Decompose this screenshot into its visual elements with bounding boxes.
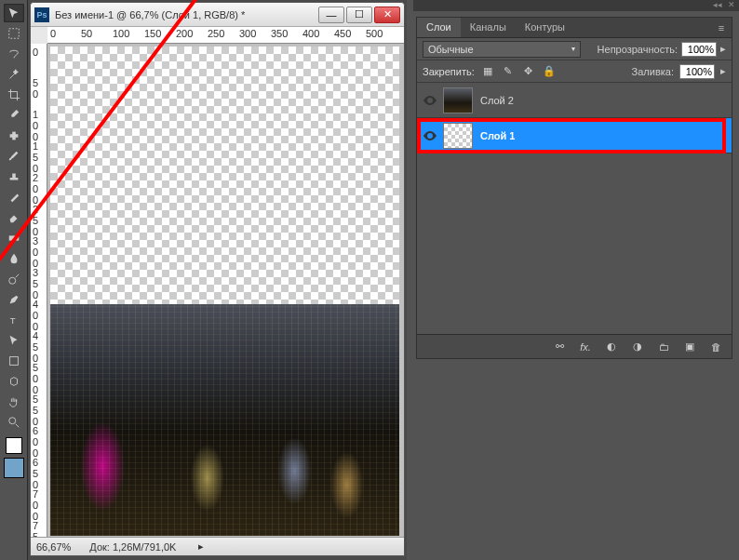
new-layer-icon[interactable]: ▣ <box>681 339 698 355</box>
svg-text:T: T <box>9 315 15 326</box>
ruler-vertical[interactable]: 0 50 100 150 200 250 300 350 400 450 500… <box>31 44 47 537</box>
tab-channels[interactable]: Каналы <box>461 18 516 37</box>
lock-label: Закрепить: <box>423 66 475 77</box>
layer-effects-icon[interactable]: fx. <box>577 339 594 355</box>
layers-footer: ⚯ fx. ◐ ◑ 🗀 ▣ 🗑 <box>417 334 732 358</box>
layer-thumbnail[interactable] <box>443 123 473 149</box>
svg-point-4 <box>8 277 15 284</box>
blend-mode-dropdown[interactable]: Обычные ▾ <box>423 41 581 58</box>
pen-tool[interactable] <box>4 290 24 309</box>
layer-item[interactable]: Слой 2 <box>417 83 732 118</box>
zoom-level[interactable]: 66,67% <box>36 541 71 553</box>
marquee-tool[interactable] <box>4 24 24 43</box>
chevron-right-icon[interactable]: ▸ <box>720 43 726 55</box>
ps-icon: Ps <box>34 7 49 22</box>
collapse-icon[interactable]: ◂◂ <box>713 0 722 11</box>
tools-toolbar: T <box>0 0 28 560</box>
visibility-icon[interactable] <box>423 130 437 141</box>
minimize-button[interactable]: — <box>318 7 344 23</box>
canvas[interactable] <box>47 44 404 537</box>
svg-rect-6 <box>9 357 18 366</box>
brush-tool[interactable] <box>4 147 24 166</box>
crop-tool[interactable] <box>4 86 24 104</box>
layers-list: Слой 2 Слой 1 <box>417 83 732 334</box>
link-layers-icon[interactable]: ⚯ <box>551 339 568 355</box>
delete-layer-icon[interactable]: 🗑 <box>707 339 724 355</box>
layer-thumbnail[interactable] <box>443 87 473 113</box>
status-bar: 66,67% Док: 1,26M/791,0K ▸ <box>31 537 404 555</box>
eraser-tool[interactable] <box>4 208 24 227</box>
close-button[interactable]: ✕ <box>374 7 400 23</box>
doc-size-info[interactable]: Док: 1,26M/791,0K <box>89 541 176 553</box>
layers-panel: Слои Каналы Контуры ≡ Обычные ▾ Непрозра… <box>416 17 732 359</box>
lock-position-icon[interactable]: ✥ <box>521 64 536 79</box>
lock-transparency-icon[interactable]: ▦ <box>480 64 495 79</box>
dodge-tool[interactable] <box>4 270 24 288</box>
healing-tool[interactable] <box>4 127 24 145</box>
panel-menu-icon[interactable]: ≡ <box>711 18 732 37</box>
wand-tool[interactable] <box>4 65 24 84</box>
layer-item-selected[interactable]: Слой 1 <box>417 118 732 153</box>
chevron-down-icon: ▾ <box>571 45 575 53</box>
group-icon[interactable]: 🗀 <box>655 339 672 355</box>
document-window: Ps Без имени-1 @ 66,7% (Слой 1, RGB/8) *… <box>30 2 405 556</box>
path-select-tool[interactable] <box>4 331 24 350</box>
svg-rect-0 <box>8 29 19 39</box>
3d-tool[interactable] <box>4 372 24 391</box>
panel-strip-top: ◂◂ ✕ <box>413 0 739 11</box>
shape-tool[interactable] <box>4 352 24 370</box>
tab-layers[interactable]: Слои <box>417 18 461 37</box>
visibility-icon[interactable] <box>423 95 437 106</box>
move-tool[interactable] <box>4 4 24 22</box>
foreground-color-swatch[interactable] <box>4 458 24 478</box>
lock-all-icon[interactable]: 🔒 <box>542 64 557 79</box>
ruler-horizontal[interactable]: 0 50 100 150 200 250 300 350 400 450 500 <box>47 27 404 44</box>
eyedropper-tool[interactable] <box>4 106 24 125</box>
layer-name[interactable]: Слой 2 <box>480 95 514 106</box>
layer-image-content <box>50 304 399 536</box>
layer-mask-icon[interactable]: ◐ <box>603 339 620 355</box>
stamp-tool[interactable] <box>4 167 24 186</box>
adjustment-layer-icon[interactable]: ◑ <box>629 339 646 355</box>
tab-paths[interactable]: Контуры <box>516 18 574 37</box>
close-panel-icon[interactable]: ✕ <box>728 0 735 11</box>
titlebar[interactable]: Ps Без имени-1 @ 66,7% (Слой 1, RGB/8) *… <box>31 3 404 27</box>
history-brush-tool[interactable] <box>4 188 24 207</box>
lasso-tool[interactable] <box>4 45 24 63</box>
info-chevron-icon[interactable]: ▸ <box>198 540 204 553</box>
layer-name[interactable]: Слой 1 <box>480 130 515 141</box>
fill-input[interactable] <box>679 64 715 79</box>
type-tool[interactable]: T <box>4 311 24 329</box>
opacity-input[interactable] <box>681 42 717 57</box>
zoom-tool[interactable] <box>4 413 24 432</box>
hand-tool[interactable] <box>4 393 24 411</box>
svg-point-7 <box>8 418 15 424</box>
opacity-label: Непрозрачность: <box>598 44 678 55</box>
maximize-button[interactable]: ☐ <box>346 7 372 23</box>
fill-label: Заливка: <box>632 66 674 77</box>
chevron-right-icon[interactable]: ▸ <box>720 65 726 77</box>
lock-pixels-icon[interactable]: ✎ <box>501 64 516 79</box>
svg-rect-2 <box>12 132 16 140</box>
default-colors-icon[interactable] <box>6 437 22 454</box>
